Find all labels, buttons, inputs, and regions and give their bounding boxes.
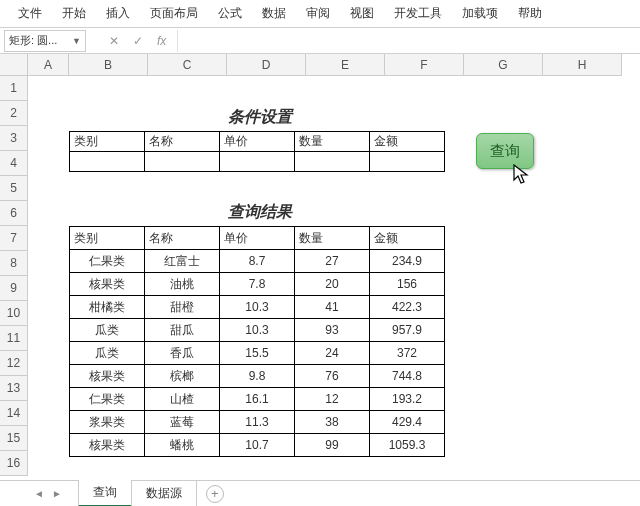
menu-item[interactable]: 数据 — [252, 0, 296, 27]
menu-item[interactable]: 加载项 — [452, 0, 508, 27]
column-header[interactable]: H — [543, 54, 622, 76]
result-cell[interactable]: 甜橙 — [145, 296, 220, 319]
result-cell[interactable]: 12 — [295, 388, 370, 411]
result-cell[interactable]: 核果类 — [70, 273, 145, 296]
result-cell[interactable]: 99 — [295, 434, 370, 457]
result-cell[interactable]: 20 — [295, 273, 370, 296]
result-cell[interactable]: 38 — [295, 411, 370, 434]
result-cell[interactable]: 核果类 — [70, 434, 145, 457]
result-cell[interactable]: 9.8 — [220, 365, 295, 388]
result-cell[interactable]: 93 — [295, 319, 370, 342]
result-cell[interactable]: 8.7 — [220, 250, 295, 273]
table-row[interactable]: 瓜类甜瓜10.393957.9 — [70, 319, 445, 342]
add-sheet-button[interactable]: + — [206, 485, 224, 503]
column-header[interactable]: G — [464, 54, 543, 76]
result-cell[interactable]: 744.8 — [370, 365, 445, 388]
result-cell[interactable]: 山楂 — [145, 388, 220, 411]
sheet-next-icon[interactable]: ► — [48, 488, 66, 499]
condition-cell[interactable] — [70, 152, 145, 172]
column-header[interactable]: B — [69, 54, 148, 76]
result-cell[interactable]: 16.1 — [220, 388, 295, 411]
result-cell[interactable]: 柑橘类 — [70, 296, 145, 319]
result-cell[interactable]: 香瓜 — [145, 342, 220, 365]
result-cell[interactable]: 甜瓜 — [145, 319, 220, 342]
cancel-icon[interactable]: ✕ — [102, 34, 126, 48]
row-header[interactable]: 2 — [0, 101, 28, 126]
column-header[interactable]: F — [385, 54, 464, 76]
result-table[interactable]: 类别名称单价数量金额 仁果类红富士8.727234.9核果类油桃7.820156… — [69, 226, 445, 457]
result-cell[interactable]: 红富士 — [145, 250, 220, 273]
menu-item[interactable]: 页面布局 — [140, 0, 208, 27]
menu-item[interactable]: 视图 — [340, 0, 384, 27]
result-cell[interactable]: 浆果类 — [70, 411, 145, 434]
table-row[interactable]: 核果类槟榔9.876744.8 — [70, 365, 445, 388]
table-row[interactable]: 瓜类香瓜15.524372 — [70, 342, 445, 365]
row-header[interactable]: 5 — [0, 176, 28, 201]
condition-cell[interactable] — [220, 152, 295, 172]
row-header[interactable]: 12 — [0, 351, 28, 376]
menu-item[interactable]: 文件 — [8, 0, 52, 27]
column-header[interactable]: E — [306, 54, 385, 76]
result-cell[interactable]: 372 — [370, 342, 445, 365]
result-cell[interactable]: 槟榔 — [145, 365, 220, 388]
result-cell[interactable]: 10.3 — [220, 319, 295, 342]
result-cell[interactable]: 429.4 — [370, 411, 445, 434]
result-cell[interactable]: 瓜类 — [70, 319, 145, 342]
result-cell[interactable]: 24 — [295, 342, 370, 365]
result-cell[interactable]: 76 — [295, 365, 370, 388]
fx-icon[interactable]: fx — [150, 34, 173, 48]
result-cell[interactable]: 10.3 — [220, 296, 295, 319]
row-header[interactable]: 8 — [0, 251, 28, 276]
row-header[interactable]: 16 — [0, 451, 28, 476]
table-row[interactable]: 核果类蟠桃10.7991059.3 — [70, 434, 445, 457]
result-cell[interactable]: 193.2 — [370, 388, 445, 411]
result-cell[interactable]: 核果类 — [70, 365, 145, 388]
result-cell[interactable]: 油桃 — [145, 273, 220, 296]
result-cell[interactable]: 蟠桃 — [145, 434, 220, 457]
sheet-prev-icon[interactable]: ◄ — [30, 488, 48, 499]
row-header[interactable]: 9 — [0, 276, 28, 301]
row-header[interactable]: 3 — [0, 126, 28, 151]
formula-input[interactable] — [177, 30, 640, 52]
name-box-dropdown-icon[interactable]: ▼ — [72, 36, 81, 46]
table-row[interactable]: 柑橘类甜橙10.341422.3 — [70, 296, 445, 319]
result-cell[interactable]: 仁果类 — [70, 250, 145, 273]
row-header[interactable]: 6 — [0, 201, 28, 226]
sheet-tab-datasource[interactable]: 数据源 — [131, 481, 197, 507]
result-cell[interactable]: 10.7 — [220, 434, 295, 457]
result-cell[interactable]: 瓜类 — [70, 342, 145, 365]
sheet-tab-query[interactable]: 查询 — [78, 480, 132, 506]
result-cell[interactable]: 957.9 — [370, 319, 445, 342]
table-row[interactable]: 核果类油桃7.820156 — [70, 273, 445, 296]
row-header[interactable]: 15 — [0, 426, 28, 451]
table-row[interactable]: 仁果类红富士8.727234.9 — [70, 250, 445, 273]
row-header[interactable]: 13 — [0, 376, 28, 401]
row-header[interactable]: 14 — [0, 401, 28, 426]
row-header[interactable]: 11 — [0, 326, 28, 351]
column-header[interactable]: A — [28, 54, 69, 76]
row-header[interactable]: 7 — [0, 226, 28, 251]
menu-item[interactable]: 开发工具 — [384, 0, 452, 27]
result-cell[interactable]: 27 — [295, 250, 370, 273]
result-cell[interactable]: 蓝莓 — [145, 411, 220, 434]
result-cell[interactable]: 41 — [295, 296, 370, 319]
result-cell[interactable]: 234.9 — [370, 250, 445, 273]
menu-item[interactable]: 审阅 — [296, 0, 340, 27]
condition-cell[interactable] — [295, 152, 370, 172]
table-row[interactable]: 仁果类山楂16.112193.2 — [70, 388, 445, 411]
table-row[interactable]: 浆果类蓝莓11.338429.4 — [70, 411, 445, 434]
result-cell[interactable]: 仁果类 — [70, 388, 145, 411]
confirm-icon[interactable]: ✓ — [126, 34, 150, 48]
name-box[interactable]: 矩形: 圆... ▼ — [4, 30, 86, 52]
result-cell[interactable]: 156 — [370, 273, 445, 296]
result-cell[interactable]: 422.3 — [370, 296, 445, 319]
cells-area[interactable]: 条件设置 类别名称单价数量金额 查询 查询结果 类别名称单价数量金额 — [28, 76, 640, 478]
menu-item[interactable]: 帮助 — [508, 0, 552, 27]
result-cell[interactable]: 11.3 — [220, 411, 295, 434]
result-cell[interactable]: 15.5 — [220, 342, 295, 365]
menu-item[interactable]: 开始 — [52, 0, 96, 27]
sheet-nav[interactable]: ◄ ► — [30, 488, 66, 499]
condition-cell[interactable] — [145, 152, 220, 172]
condition-table[interactable]: 类别名称单价数量金额 — [69, 131, 445, 172]
row-header[interactable]: 10 — [0, 301, 28, 326]
